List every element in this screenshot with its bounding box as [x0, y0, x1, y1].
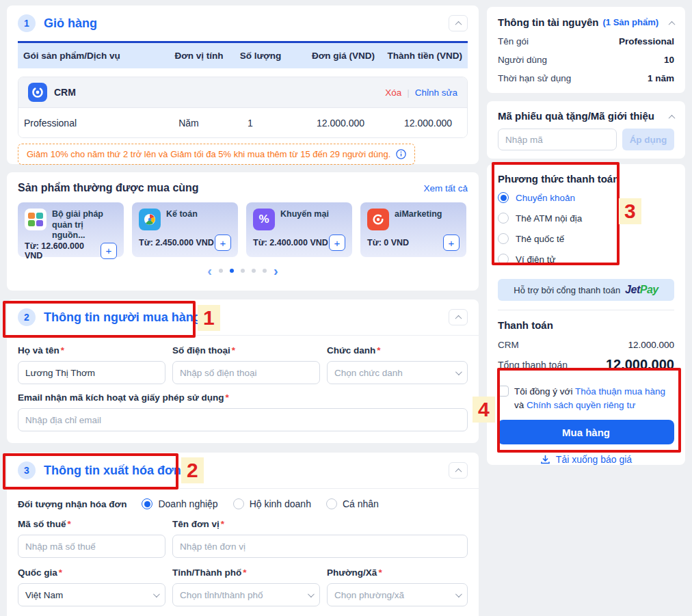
agree-checkbox[interactable] [498, 386, 509, 397]
carousel-next-icon[interactable]: › [274, 266, 278, 276]
phone-input[interactable] [172, 361, 320, 384]
payment-method-the-atm[interactable]: Thẻ ATM nội địa [498, 208, 674, 228]
chevron-down-icon [455, 369, 462, 375]
resource-title: Thông tin tài nguyên [498, 16, 598, 28]
suggestion-name: Kế toán [166, 209, 198, 220]
fullname-input[interactable] [18, 361, 165, 384]
voucher-input[interactable] [498, 129, 617, 150]
agreement-row: Tôi đồng ý với Thỏa thuận mua hàng và Ch… [498, 385, 674, 412]
payment-method-vi-dien-tu[interactable]: Ví điện tử [498, 249, 674, 269]
radio-label: Hộ kinh doanh [250, 498, 311, 509]
orgname-label: Tên đơn vị* [172, 519, 468, 529]
chevron-down-icon [308, 591, 315, 598]
suggestion-card-khuyenmai[interactable]: % Khuyến mại Từ: 2.400.000 VND + [246, 202, 352, 257]
suggestions-section: Sản phẩm thường được mua cùng Xem tất cả [7, 172, 479, 291]
carousel-dot[interactable] [252, 269, 256, 273]
ward-label: Phường/Xã* [327, 567, 468, 578]
carousel-prev-icon[interactable]: ‹ [207, 266, 212, 276]
total-label: Tổng thanh toán [498, 360, 568, 371]
payment-method-the-quoc-te[interactable]: Thẻ quốc tế [498, 228, 674, 249]
radio-icon [326, 498, 337, 509]
email-input[interactable] [18, 408, 468, 431]
carousel-dot[interactable] [263, 269, 267, 273]
province-select[interactable]: Chọn tỉnh/thành phố [172, 583, 320, 606]
resource-collapse-button[interactable] [669, 17, 674, 28]
carousel-dot[interactable] [241, 269, 245, 273]
view-all-link[interactable]: Xem tất cả [423, 183, 468, 193]
add-to-cart-button[interactable]: + [215, 235, 231, 251]
resource-count-badge: (1 Sản phẩm) [602, 17, 658, 27]
discount-notice: Giảm 10% cho năm thứ 2 trở lên và Giảm t… [18, 144, 415, 165]
radio-doanh-nghiep[interactable]: Doanh nghiệp [142, 498, 217, 509]
buyer-collapse-button[interactable] [449, 309, 468, 325]
taxcode-label: Mã số thuế* [18, 519, 165, 529]
jobtitle-select[interactable]: Chọn chức danh [327, 361, 468, 384]
checkout-page: 1 Giỏ hàng Gói sản phẩm/Dịch vụ Đơn vị t… [0, 0, 692, 616]
promotion-icon: % [253, 209, 275, 230]
country-select[interactable]: Việt Nam [18, 583, 165, 606]
carousel-dot-active[interactable] [230, 269, 234, 273]
resource-row: Thời hạn sử dụng 1 năm [498, 73, 674, 83]
cart-collapse-button[interactable] [449, 15, 468, 31]
invoice-header: 3 Thông tin xuất hóa đơn [7, 453, 479, 488]
summary-row: CRM 12.000.000 [498, 340, 674, 350]
suggestion-name: aiMarketing [395, 209, 442, 220]
invoice-section: 3 Thông tin xuất hóa đơn Đối tượng nhận … [7, 453, 479, 616]
agreement-text: Tôi đồng ý với Thỏa thuận mua hàng và Ch… [514, 385, 674, 412]
add-to-cart-button[interactable]: + [443, 235, 460, 251]
fullname-label: Họ và tên* [18, 345, 165, 356]
radio-icon [498, 213, 509, 224]
invoice-form: Đối tượng nhận hóa đơn Doanh nghiệp Hộ k… [7, 489, 479, 616]
ward-select[interactable]: Chọn phường/xã [327, 583, 468, 606]
invoice-collapse-button[interactable] [449, 462, 468, 479]
chevron-up-icon [455, 314, 462, 321]
radio-icon [498, 254, 509, 265]
cart-table-header: Gói sản phẩm/Dịch vụ Đơn vị tính Số lượn… [18, 41, 468, 68]
line-unit: Năm [158, 118, 219, 129]
carousel-dot[interactable] [219, 269, 223, 273]
cart-header: 1 Giỏ hàng [7, 5, 479, 41]
add-to-cart-button[interactable]: + [101, 243, 117, 259]
info-icon[interactable] [396, 149, 406, 159]
chevron-down-icon [455, 591, 462, 598]
buyer-section: 2 Thông tin người mua hàng Họ và tên* Số… [7, 299, 479, 443]
privacy-policy-link[interactable]: Chính sách quyền riêng tư [527, 400, 635, 410]
buy-button[interactable]: Mua hàng [498, 420, 674, 444]
download-quote-link[interactable]: Tải xuống báo giá [498, 454, 674, 465]
apply-voucher-button[interactable]: Áp dụng [622, 129, 674, 150]
suggestion-card-amis[interactable]: Bộ giải pháp quản trị nguồn... Từ: 12.60… [18, 202, 124, 257]
voucher-title: Mã phiếu quà tặng/Mã giới thiệu [498, 110, 654, 122]
divider [498, 310, 674, 310]
radio-ca-nhan[interactable]: Cá nhân [326, 498, 379, 509]
delete-product-link[interactable]: Xóa [385, 88, 401, 98]
taxcode-input[interactable] [18, 535, 165, 558]
line-quantity: 1 [219, 118, 281, 129]
line-amount: 12.000.000 [370, 118, 457, 129]
col-header-unit: Đơn vị tính [168, 51, 230, 61]
province-label: Tỉnh/Thành phố* [172, 567, 320, 578]
radio-selected-icon [142, 498, 152, 509]
product-name: CRM [54, 87, 76, 98]
suggestion-card-aimarketing[interactable]: aiMarketing Từ: 0 VND + [360, 202, 466, 257]
jobtitle-label: Chức danh* [327, 345, 468, 356]
edit-product-link[interactable]: Chỉnh sửa [415, 88, 457, 98]
chevron-up-icon [669, 114, 676, 121]
chevron-up-icon [455, 21, 462, 27]
radio-ho-kinh-doanh[interactable]: Hộ kinh doanh [233, 498, 311, 509]
app-suite-icon [25, 209, 46, 230]
radio-label: Doanh nghiệp [158, 498, 217, 509]
chevron-down-icon [153, 591, 160, 598]
add-to-cart-button[interactable]: + [329, 235, 345, 251]
purchase-agreement-link[interactable]: Thỏa thuận mua hàng [575, 386, 665, 397]
payment-method-label: Ví điện tử [516, 254, 556, 265]
link-separator: | [407, 88, 410, 98]
chevron-up-icon [455, 468, 462, 474]
payment-method-chuyen-khoan[interactable]: Chuyển khoản [498, 187, 674, 208]
country-label: Quốc gia* [18, 567, 165, 578]
cart-line-item: Professional Năm 1 12.000.000 12.000.000 [18, 107, 467, 137]
orgname-input[interactable] [172, 535, 468, 558]
suggestion-card-ketoan[interactable]: Kế toán Từ: 2.450.000 VND + [132, 202, 238, 257]
voucher-collapse-button[interactable] [669, 111, 674, 122]
gateway-banner: Hỗ trợ bởi cổng thanh toán JetPay [498, 279, 674, 301]
cart-product-row: CRM Xóa | Chỉnh sửa [18, 77, 467, 107]
